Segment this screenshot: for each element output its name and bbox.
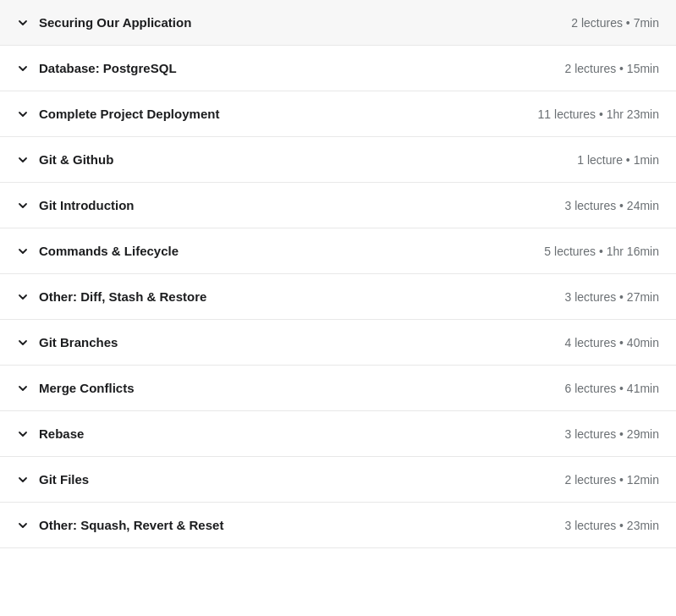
chevron-down-icon	[17, 520, 29, 531]
section-meta: 11 lectures • 1hr 23min	[538, 107, 659, 121]
chevron-down-icon	[17, 154, 29, 166]
section-left: Git & Github	[17, 152, 113, 167]
section-meta: 2 lectures • 7min	[571, 16, 659, 30]
section-left: Git Branches	[17, 335, 118, 349]
section-title: Complete Project Deployment	[39, 107, 219, 121]
section-meta: 1 lecture • 1min	[577, 153, 659, 167]
section-meta: 6 lectures • 41min	[564, 382, 659, 395]
chevron-down-icon	[17, 200, 29, 212]
section-left: Git Introduction	[17, 198, 134, 212]
chevron-down-icon	[17, 63, 29, 74]
section-left: Git Files	[17, 472, 89, 487]
section-meta: 3 lectures • 24min	[564, 199, 659, 212]
section-left: Commands & Lifecycle	[17, 244, 179, 258]
section-title: Git Files	[39, 472, 89, 487]
chevron-down-icon	[17, 474, 29, 486]
section-item[interactable]: Git Introduction 3 lectures • 24min	[0, 183, 676, 228]
section-item[interactable]: Merge Conflicts 6 lectures • 41min	[0, 366, 676, 411]
section-item[interactable]: Other: Diff, Stash & Restore 3 lectures …	[0, 274, 676, 320]
section-meta: 3 lectures • 23min	[564, 519, 659, 532]
section-left: Rebase	[17, 426, 84, 441]
section-item[interactable]: Complete Project Deployment 11 lectures …	[0, 91, 676, 137]
section-title: Securing Our Application	[39, 15, 191, 30]
section-title: Git & Github	[39, 152, 113, 167]
chevron-down-icon	[17, 382, 29, 394]
section-title: Git Branches	[39, 335, 118, 349]
section-item[interactable]: Git Branches 4 lectures • 40min	[0, 320, 676, 366]
section-left: Securing Our Application	[17, 15, 191, 30]
chevron-down-icon	[17, 428, 29, 440]
section-meta: 4 lectures • 40min	[564, 336, 659, 349]
section-title: Other: Diff, Stash & Restore	[39, 289, 206, 304]
section-item[interactable]: Commands & Lifecycle 5 lectures • 1hr 16…	[0, 228, 676, 274]
section-title: Other: Squash, Revert & Reset	[39, 518, 223, 532]
section-meta: 3 lectures • 29min	[564, 427, 659, 441]
section-item[interactable]: Git & Github 1 lecture • 1min	[0, 137, 676, 183]
section-title: Commands & Lifecycle	[39, 244, 179, 258]
section-item[interactable]: Git Files 2 lectures • 12min	[0, 457, 676, 503]
chevron-down-icon	[17, 108, 29, 120]
section-title: Rebase	[39, 426, 84, 441]
section-item[interactable]: Rebase 3 lectures • 29min	[0, 411, 676, 457]
section-left: Merge Conflicts	[17, 381, 135, 395]
section-meta: 2 lectures • 15min	[564, 62, 659, 75]
section-meta: 3 lectures • 27min	[564, 290, 659, 304]
section-item[interactable]: Securing Our Application 2 lectures • 7m…	[0, 0, 676, 46]
course-section-list: Securing Our Application 2 lectures • 7m…	[0, 0, 676, 548]
section-meta: 2 lectures • 12min	[564, 473, 659, 487]
section-meta: 5 lectures • 1hr 16min	[544, 245, 659, 258]
section-title: Git Introduction	[39, 198, 134, 212]
section-left: Other: Diff, Stash & Restore	[17, 289, 206, 304]
section-item[interactable]: Database: PostgreSQL 2 lectures • 15min	[0, 46, 676, 91]
section-title: Merge Conflicts	[39, 381, 135, 395]
section-left: Complete Project Deployment	[17, 107, 219, 121]
section-item[interactable]: Other: Squash, Revert & Reset 3 lectures…	[0, 503, 676, 548]
chevron-down-icon	[17, 245, 29, 257]
section-title: Database: PostgreSQL	[39, 61, 177, 75]
section-left: Database: PostgreSQL	[17, 61, 177, 75]
chevron-down-icon	[17, 291, 29, 303]
chevron-down-icon	[17, 337, 29, 349]
chevron-down-icon	[17, 17, 29, 29]
section-left: Other: Squash, Revert & Reset	[17, 518, 223, 532]
